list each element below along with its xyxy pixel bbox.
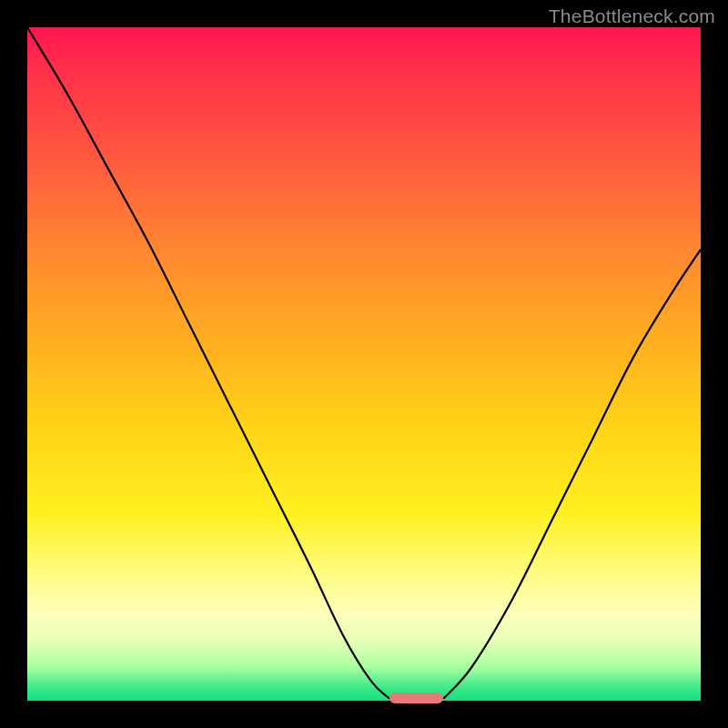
- bottleneck-marker: [389, 693, 443, 703]
- watermark-text: TheBottleneck.com: [549, 5, 715, 27]
- plot-background: [27, 27, 701, 701]
- chart-frame: TheBottleneck.com: [0, 0, 728, 728]
